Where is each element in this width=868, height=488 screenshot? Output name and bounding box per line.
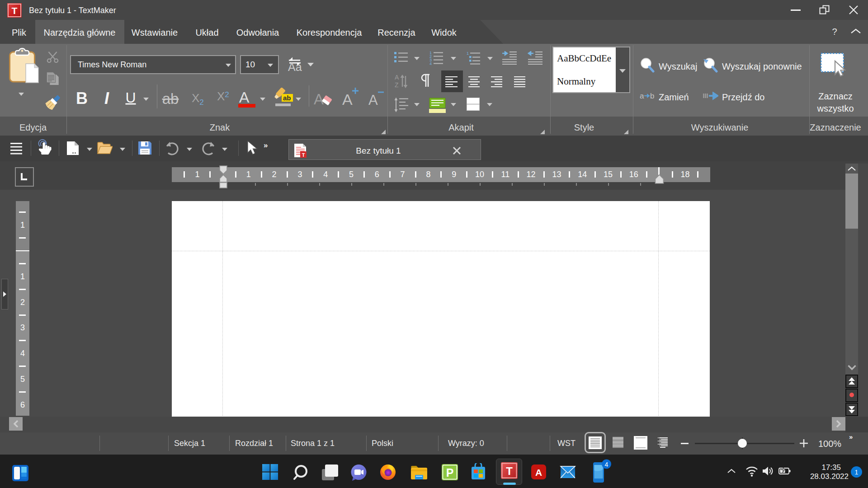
svg-text:Aa: Aa	[288, 61, 302, 72]
svg-text:ab: ab	[283, 94, 291, 102]
svg-text:Z: Z	[395, 81, 399, 89]
svg-text:4: 4	[429, 61, 432, 65]
svg-text:A: A	[535, 467, 542, 478]
svg-text:A: A	[368, 92, 378, 107]
svg-text:T: T	[12, 5, 18, 16]
svg-text:P: P	[446, 466, 454, 479]
svg-text:4: 4	[605, 461, 609, 468]
svg-text:T: T	[302, 152, 305, 158]
svg-text:A: A	[314, 91, 324, 107]
svg-text:1: 1	[467, 51, 469, 56]
svg-text:a: a	[640, 92, 644, 100]
svg-text:A: A	[342, 91, 353, 107]
svg-text:A: A	[395, 74, 399, 81]
svg-text:T: T	[506, 465, 513, 477]
svg-text:b: b	[650, 92, 654, 100]
